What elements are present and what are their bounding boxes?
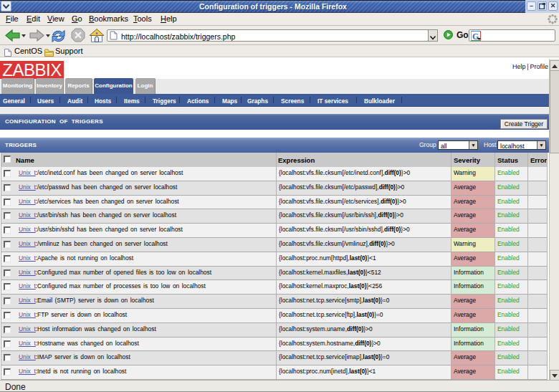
svg-text:G: G bbox=[472, 32, 479, 42]
